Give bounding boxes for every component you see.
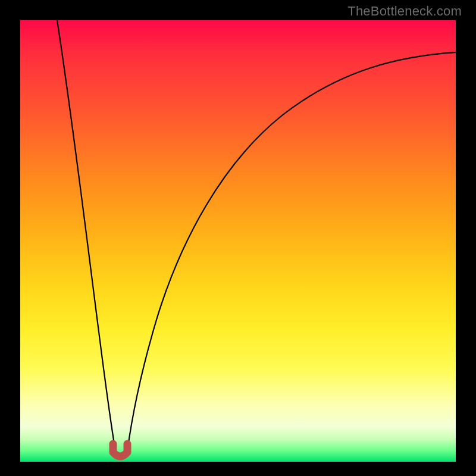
curve-left-branch xyxy=(57,20,115,451)
watermark-text: TheBottleneck.com xyxy=(347,4,462,19)
plot-area xyxy=(20,20,456,462)
chart-svg xyxy=(20,20,456,462)
min-marker xyxy=(113,444,127,456)
chart-frame: TheBottleneck.com xyxy=(0,0,476,476)
curve-right-branch xyxy=(127,52,456,451)
